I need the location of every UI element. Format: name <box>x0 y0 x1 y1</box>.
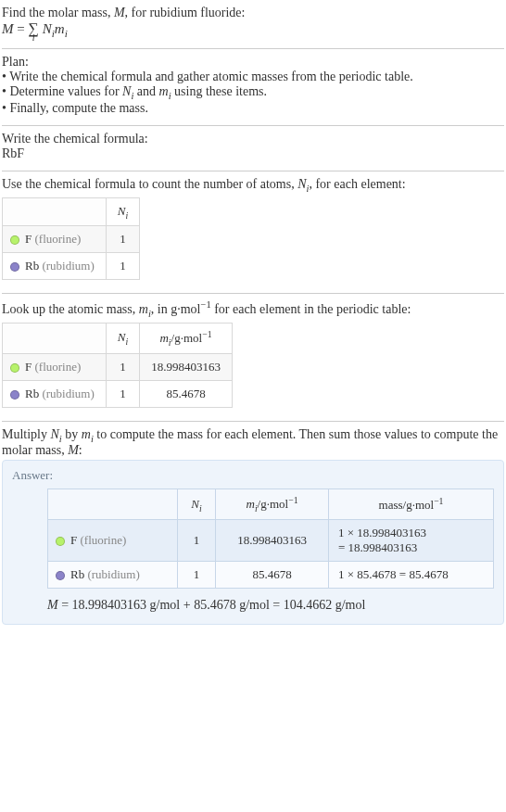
table-header-Ni: Ni <box>106 323 139 353</box>
compute-text: Multiply Ni by mi to compute the mass fo… <box>2 427 504 459</box>
answer-box: Answer: Ni mi/g·mol−1 mass/g·mol−1 F (fl… <box>2 460 504 625</box>
count-rb: 1 <box>106 253 139 280</box>
intro-text-b: , for rubidium fluoride: <box>125 6 246 19</box>
element-dot-icon <box>10 235 19 245</box>
table-header-row: Ni mi/g·mol−1 mass/g·mol−1 <box>48 489 494 520</box>
calc-f: 1 × 18.998403163= 18.998403163 <box>329 520 494 562</box>
count-header: Use the chemical formula to count the nu… <box>2 177 504 194</box>
mass-table: Ni mi/g·mol−1 F (fluorine) 1 18.99840316… <box>2 323 233 408</box>
table-header-row: Ni <box>3 197 140 226</box>
mass-section: Look up the atomic mass, mi, in g·mol−1 … <box>2 296 504 418</box>
table-row: Rb (rubidium) 1 85.4678 1 × 85.4678 = 85… <box>48 562 494 589</box>
count-f: 1 <box>106 353 139 380</box>
element-dot-icon <box>56 537 65 546</box>
intro-line: Find the molar mass, M, for rubidium flu… <box>2 6 504 20</box>
table-row: F (fluorine) 1 18.998403163 <box>3 353 233 380</box>
eq-equals: = <box>14 21 29 36</box>
element-cell-f: F (fluorine) <box>3 353 107 380</box>
mass-rb: 85.4678 <box>140 380 233 407</box>
plan-item-3: • Finally, compute the mass. <box>2 101 504 116</box>
count-table: Ni F (fluorine) 1 Rb (rubidium) 1 <box>2 197 140 281</box>
table-row: F (fluorine) 1 18.998403163 1 × 18.99840… <box>48 520 494 562</box>
count-section: Use the chemical formula to count the nu… <box>2 173 504 291</box>
element-cell-f: F (fluorine) <box>3 226 107 253</box>
chemical-formula: RbF <box>2 146 504 161</box>
element-dot-icon <box>56 571 65 580</box>
table-header-mi: mi/g·mol−1 <box>140 323 233 353</box>
table-header-blank <box>3 197 107 226</box>
plan-header: Plan: <box>2 55 504 70</box>
table-row: F (fluorine) 1 <box>3 226 140 253</box>
document: Find the molar mass, M, for rubidium flu… <box>0 0 506 647</box>
table-header-mass: mass/g·mol−1 <box>329 489 494 520</box>
compute-section: Multiply Ni by mi to compute the mass fo… <box>2 424 504 641</box>
table-header-Ni: Ni <box>106 197 139 226</box>
plan-item-1: • Write the chemical formula and gather … <box>2 70 504 84</box>
formula-header: Write the chemical formula: <box>2 132 504 146</box>
divider <box>2 48 504 49</box>
element-cell-f: F (fluorine) <box>48 520 178 562</box>
intro-section: Find the molar mass, M, for rubidium flu… <box>2 2 504 46</box>
element-cell-rb: Rb (rubidium) <box>48 562 178 589</box>
eq-m-sub: i <box>65 28 68 39</box>
table-row: Rb (rubidium) 1 <box>3 253 140 280</box>
eq-N: N <box>43 21 52 36</box>
molar-mass-equation: M = ∑i Nimi <box>2 20 504 39</box>
sigma-icon: ∑i <box>28 20 38 37</box>
intro-text: Find the molar mass, <box>2 6 114 19</box>
table-header-mi: mi/g·mol−1 <box>216 489 329 520</box>
element-cell-rb: Rb (rubidium) <box>3 253 107 280</box>
divider <box>2 421 504 422</box>
final-answer: M = 18.998403163 g/mol + 85.4678 g/mol =… <box>47 598 494 613</box>
eq-m: m <box>55 21 65 36</box>
count-rb: 1 <box>177 562 215 589</box>
mass-rb: 85.4678 <box>216 562 329 589</box>
count-f: 1 <box>177 520 215 562</box>
divider <box>2 171 504 171</box>
element-dot-icon <box>10 390 19 400</box>
mass-f: 18.998403163 <box>140 353 233 380</box>
divider <box>2 125 504 126</box>
formula-section: Write the chemical formula: RbF <box>2 128 504 169</box>
eq-M: M <box>2 21 14 36</box>
element-dot-icon <box>10 262 19 272</box>
table-header-row: Ni mi/g·mol−1 <box>3 323 233 353</box>
answer-table: Ni mi/g·mol−1 mass/g·mol−1 F (fluorine) … <box>47 488 494 589</box>
answer-label: Answer: <box>12 468 494 483</box>
count-f: 1 <box>106 226 139 253</box>
table-header-blank <box>3 323 107 353</box>
mass-f: 18.998403163 <box>216 520 329 562</box>
table-row: Rb (rubidium) 1 85.4678 <box>3 380 233 407</box>
divider <box>2 293 504 294</box>
plan-section: Plan: • Write the chemical formula and g… <box>2 51 504 123</box>
calc-rb: 1 × 85.4678 = 85.4678 <box>329 562 494 589</box>
plan-item-2: • Determine values for Ni and mi using t… <box>2 84 504 101</box>
element-dot-icon <box>10 363 19 373</box>
var-M: M <box>114 6 125 19</box>
element-cell-rb: Rb (rubidium) <box>3 380 107 407</box>
table-header-blank <box>48 489 178 520</box>
table-header-Ni: Ni <box>177 489 215 520</box>
count-rb: 1 <box>106 380 139 407</box>
mass-header: Look up the atomic mass, mi, in g·mol−1 … <box>2 299 504 318</box>
